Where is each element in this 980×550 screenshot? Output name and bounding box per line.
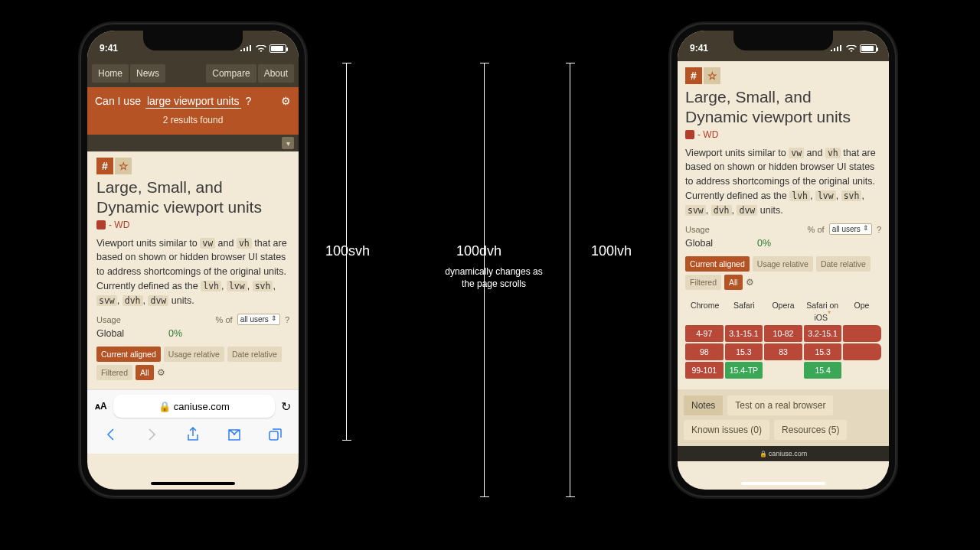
help-icon[interactable]: ? xyxy=(877,225,881,234)
cell[interactable]: 15.3 xyxy=(725,343,763,360)
page-title: Large, Small, and Dynamic viewport units xyxy=(685,84,881,129)
usage-select[interactable]: all users xyxy=(237,314,280,325)
cell[interactable] xyxy=(843,325,881,342)
wifi-icon xyxy=(846,44,857,52)
text-size-icon[interactable]: ᴀA xyxy=(95,401,107,412)
global-value: 0% xyxy=(168,328,182,339)
cell[interactable]: 83 xyxy=(764,343,802,360)
settings-gear-icon[interactable]: ⚙ xyxy=(281,95,291,107)
label-dvh: 100dvh xyxy=(456,243,501,259)
battery-icon xyxy=(860,44,877,53)
phone-mockup-svh: 9:41 Home News Compare About xyxy=(80,23,306,497)
minimal-url-bar[interactable]: 🔒caniuse.com xyxy=(678,446,889,461)
url-field[interactable]: 🔒 caniuse.com xyxy=(113,395,275,418)
nav-news[interactable]: News xyxy=(130,64,165,83)
usage-select[interactable]: all users xyxy=(829,223,872,235)
global-label: Global xyxy=(96,328,168,339)
filter-bar: ▾ xyxy=(87,135,299,151)
safari-url-bar: ᴀA 🔒 caniuse.com ↻ xyxy=(87,389,299,422)
tab-known-issues[interactable]: Known issues (0) xyxy=(684,420,769,440)
cell[interactable]: 4-97 xyxy=(685,325,724,342)
signal-icon xyxy=(831,43,843,54)
hash-icon[interactable]: # xyxy=(96,158,113,174)
wd-label: - WD xyxy=(109,220,129,230)
filter-filtered[interactable]: Filtered xyxy=(685,275,721,290)
bookmarks-icon[interactable] xyxy=(227,427,242,446)
wifi-icon xyxy=(256,44,266,52)
wd-label: - WD xyxy=(697,129,718,140)
spec-icon xyxy=(96,220,106,229)
tab-notes[interactable]: Notes xyxy=(684,395,723,415)
global-label: Global xyxy=(685,238,757,249)
view-current-aligned[interactable]: Current aligned xyxy=(96,347,161,362)
filter-icon[interactable]: ▾ xyxy=(282,137,294,149)
home-indicator xyxy=(741,482,825,485)
safari-toolbar xyxy=(87,422,299,454)
view-usage-relative[interactable]: Usage relative xyxy=(753,256,813,272)
cell[interactable] xyxy=(843,343,881,360)
cell[interactable]: 10-82 xyxy=(764,325,802,342)
hash-icon[interactable]: # xyxy=(685,67,702,84)
cell[interactable]: 15.3 xyxy=(804,343,842,360)
help-icon[interactable]: ? xyxy=(285,315,289,324)
feature-description: Viewport units similar to vw and vh that… xyxy=(96,236,289,308)
spec-icon xyxy=(685,130,694,139)
col-safari-ios: Safari on iOS* xyxy=(803,301,842,322)
notch xyxy=(733,31,833,50)
signal-icon xyxy=(240,43,253,54)
share-icon[interactable] xyxy=(185,427,201,446)
nav-home[interactable]: Home xyxy=(92,64,129,83)
pct-of-label: % of xyxy=(216,315,233,324)
nav-about[interactable]: About xyxy=(258,64,294,83)
col-chrome: Chrome xyxy=(685,301,724,322)
results-count: 2 results found xyxy=(95,109,291,127)
view-date-relative[interactable]: Date relative xyxy=(227,347,282,362)
cell[interactable]: 15.4 xyxy=(804,362,842,379)
lock-icon: 🔒 xyxy=(158,401,171,412)
bracket-lvh xyxy=(570,63,570,497)
search-prefix: Can I use xyxy=(95,95,141,107)
reload-icon[interactable]: ↻ xyxy=(281,399,291,414)
filter-all[interactable]: All xyxy=(724,275,743,290)
view-usage-relative[interactable]: Usage relative xyxy=(164,347,224,362)
pct-of-label: % of xyxy=(808,225,825,234)
compat-table: Chrome Safari Opera Safari on iOS* Ope 4… xyxy=(685,301,881,379)
star-icon[interactable]: ☆ xyxy=(704,67,720,84)
svg-rect-0 xyxy=(270,431,278,440)
filter-gear-icon[interactable]: ⚙ xyxy=(746,277,754,288)
lock-icon: 🔒 xyxy=(760,451,767,457)
view-date-relative[interactable]: Date relative xyxy=(816,256,871,272)
filter-all[interactable]: All xyxy=(136,365,154,380)
info-tabs: Notes Test on a real browser Known issue… xyxy=(678,389,889,446)
search-input[interactable]: large viewport units xyxy=(145,95,241,109)
url-text: caniuse.com xyxy=(174,401,230,412)
cell[interactable]: 3.1-15.1 xyxy=(725,325,763,342)
phone-screen: 9:41 Home News Compare About xyxy=(87,31,299,490)
view-current-aligned[interactable]: Current aligned xyxy=(685,256,750,272)
filter-gear-icon[interactable]: ⚙ xyxy=(157,367,165,378)
tab-resources[interactable]: Resources (5) xyxy=(774,420,847,440)
cell[interactable]: 98 xyxy=(685,343,724,360)
feature-description: Viewport units similar to vw and vh that… xyxy=(685,146,881,218)
label-dvh-subtitle: dynamically changes as the page scrolls xyxy=(444,266,544,290)
spec-status: - WD xyxy=(685,129,881,146)
star-icon[interactable]: ☆ xyxy=(115,158,132,174)
col-opera-mob: Ope xyxy=(842,301,881,322)
usage-label: Usage xyxy=(96,315,121,324)
back-icon[interactable] xyxy=(103,427,119,446)
cell[interactable]: 3.2-15.1 xyxy=(804,325,842,342)
cell[interactable]: 99-101 xyxy=(685,362,724,379)
filter-filtered[interactable]: Filtered xyxy=(96,365,132,380)
nav-compare[interactable]: Compare xyxy=(206,64,256,83)
col-opera: Opera xyxy=(763,301,802,322)
feature-content: # ☆ Large, Small, and Dynamic viewport u… xyxy=(87,151,299,389)
phone-mockup-lvh: 9:41 # ☆ Large, Small, and Dynamic viewp… xyxy=(670,23,897,497)
battery-icon xyxy=(270,44,286,53)
tabs-icon[interactable] xyxy=(267,427,283,446)
cell[interactable]: 15.4-TP xyxy=(725,362,763,379)
label-svh: 100svh xyxy=(325,243,370,259)
url-text: caniuse.com xyxy=(769,450,808,457)
tab-test[interactable]: Test on a real browser xyxy=(727,395,833,415)
site-nav: Home News Compare About xyxy=(87,61,299,87)
page-title: Large, Small, and Dynamic viewport units xyxy=(96,174,289,220)
